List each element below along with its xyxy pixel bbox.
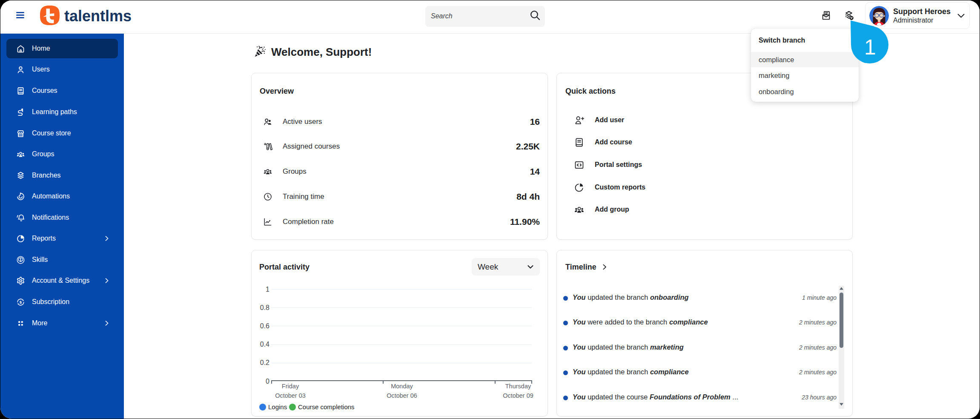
svg-text:1: 1 (864, 35, 876, 59)
svg-text:$: $ (20, 300, 22, 304)
